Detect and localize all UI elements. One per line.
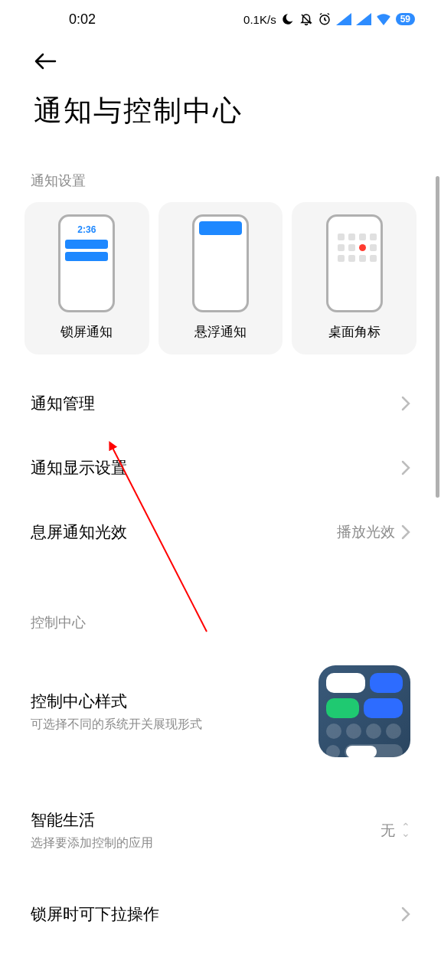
float-banner-icon [199,221,242,235]
net-speed: 0.1K/s [243,13,276,26]
svg-text:HD: HD [358,15,365,19]
item-control-center-style[interactable]: 控制中心样式 可选择不同的系统开关展现形式 [24,644,416,779]
item-title: 控制中心样式 [31,691,202,712]
card-lock-notification[interactable]: 2:36 锁屏通知 [24,202,149,354]
status-time: 0:02 [69,11,96,28]
card-label: 悬浮通知 [194,323,247,341]
control-center-thumbnail [318,665,410,757]
phone-mock-badge [326,214,383,312]
item-value: 播放光效 [337,522,395,542]
battery-indicator: 59 [396,13,415,25]
grid-dots-icon [338,234,371,262]
card-label: 锁屏通知 [60,323,113,341]
wifi-icon [376,13,391,25]
preview-cards: 2:36 锁屏通知 悬浮通知 桌面角标 [24,202,416,354]
item-sub: 可选择不同的系统开关展现形式 [31,717,202,733]
signal-icon-1: HD [336,13,351,25]
up-down-icon: ⌃⌄ [401,825,410,836]
item-title: 锁屏时可下拉操作 [31,903,159,925]
item-title: 通知显示设置 [31,457,127,479]
item-notification-manage[interactable]: 通知管理 [24,354,416,436]
phone-mock-lock: 2:36 [58,214,115,312]
phone-mock-float [192,214,249,312]
item-smart-life[interactable]: 智能生活 选择要添加控制的应用 无 ⌃⌄ [24,779,416,873]
signal-icon-2: HD [356,13,371,25]
section-label-control: 控制中心 [24,564,416,644]
back-button[interactable] [0,38,441,74]
status-bar: 0:02 0.1K/s HD HD 59 [0,0,441,38]
chevron-right-icon [401,524,410,540]
lock-mock-time: 2:36 [60,224,113,235]
bell-off-icon [299,12,313,26]
moon-icon [281,12,295,26]
card-label: 桌面角标 [328,323,381,341]
page-title: 通知与控制中心 [0,74,441,130]
section-label-notify: 通知设置 [24,130,416,202]
item-sub: 选择要添加控制的应用 [31,835,153,851]
item-title: 通知管理 [31,393,95,414]
alarm-icon [318,12,332,26]
chevron-right-icon [401,906,410,922]
scroll-indicator[interactable] [436,176,439,498]
card-float-notification[interactable]: 悬浮通知 [158,202,283,354]
item-aod-light-effect[interactable]: 息屏通知光效 播放光效 [24,500,416,564]
item-notification-display[interactable]: 通知显示设置 [24,436,416,500]
chevron-right-icon [401,396,410,411]
item-value: 无 [381,821,395,841]
status-icons: 0.1K/s HD HD 59 [243,12,415,26]
item-lock-pulldown[interactable]: 锁屏时可下拉操作 [24,873,416,946]
lock-bar-icon [65,252,108,261]
item-title: 智能生活 [31,809,153,831]
chevron-right-icon [401,460,410,475]
item-title: 息屏通知光效 [31,521,127,543]
arrow-left-icon [34,52,57,70]
svg-text:HD: HD [338,15,345,19]
card-desktop-badge[interactable]: 桌面角标 [292,202,416,354]
lock-bar-icon [65,240,108,249]
